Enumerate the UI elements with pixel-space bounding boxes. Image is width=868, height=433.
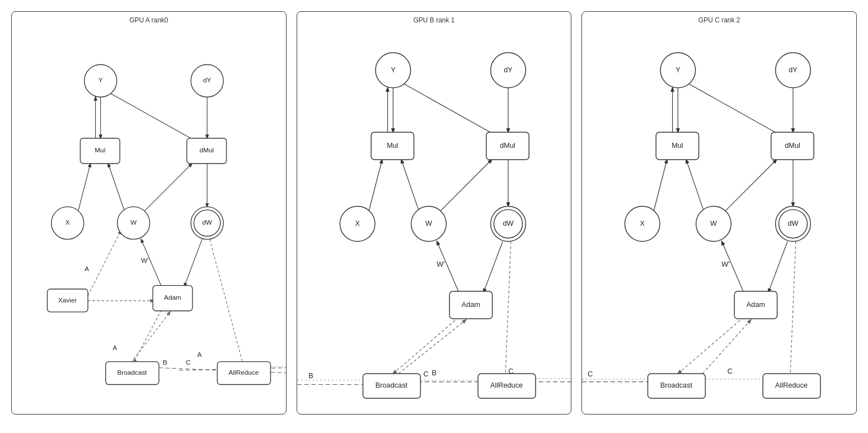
edge-dw-allreduce-c — [790, 241, 796, 374]
gpu-c-diagram: W' C C Y dY X W dW Mul — [582, 12, 856, 414]
edge-w-mul — [108, 164, 126, 215]
edge-x-mul-b — [368, 160, 382, 213]
edge-broadcast-adam-a — [131, 312, 170, 363]
edge-y-dmul-b — [404, 84, 497, 136]
label-c1: C — [186, 358, 191, 366]
gpu-b-diagram: W' B B C C Y dY X W — [297, 12, 571, 414]
edge-xavier-w — [88, 231, 121, 296]
edge-y-dmul-c — [689, 84, 782, 136]
label-broadcast-a: Broadcast — [117, 369, 147, 376]
label-y-b: Y — [391, 66, 396, 74]
label-dmul-a: dMul — [199, 146, 214, 153]
label-wprime-a: W' — [141, 257, 148, 264]
label-x-a: X — [65, 218, 70, 226]
label-adam-a: Adam — [164, 294, 181, 301]
edge-dw-allreduce-b — [505, 241, 511, 374]
gpu-panel-c: GPU C rank 2 W' C — [581, 11, 857, 415]
label-w-b: W — [425, 219, 432, 227]
label-broadcast-b: Broadcast — [375, 381, 407, 389]
label-dy-b: dY — [504, 66, 513, 74]
label-wprime-c: W' — [722, 260, 730, 268]
label-a-broadcast: A — [112, 344, 117, 351]
gpu-b-title: GPU B rank 1 — [413, 16, 454, 24]
edge-w-dmul — [141, 164, 192, 215]
edge-dw-adam-b — [484, 241, 503, 292]
gpu-panel-b: GPU B rank 1 W' — [297, 11, 572, 415]
label-xavier-a: Xavier — [58, 296, 77, 304]
label-y-a: Y — [98, 76, 103, 83]
label-w-a: W — [130, 218, 137, 226]
gpu-c-title: GPU C rank 2 — [698, 16, 740, 24]
label-dw-c: dW — [788, 219, 799, 227]
gpu-a-title: GPU A rank0 — [129, 16, 168, 24]
label-broadcast-c: Broadcast — [660, 381, 693, 389]
label-b1: B — [163, 358, 167, 366]
label-w-c: W — [710, 219, 717, 227]
label-y-c: Y — [675, 66, 681, 74]
label-dmul-b: dMul — [500, 141, 515, 150]
label-dy-c: dY — [789, 66, 798, 74]
label-mul-a: Mul — [95, 146, 105, 153]
gpu-a-diagram: W' A A B C A Y — [12, 12, 286, 414]
label-x-c: X — [640, 219, 645, 227]
edge-dw-adam-c — [768, 241, 787, 292]
edge-y-dmul — [111, 94, 197, 142]
edge-adam-broadcast-b — [393, 317, 459, 374]
edge-broadcast-adam-c — [703, 320, 751, 374]
label-allreduce-b: AllReduce — [490, 381, 523, 389]
label-c-b: C — [423, 370, 428, 378]
edge-w-dmul-c — [722, 160, 777, 215]
label-a-xavier: A — [85, 265, 89, 272]
label-allreduce-c: AllReduce — [775, 381, 808, 389]
label-mul-c: Mul — [672, 141, 683, 150]
edge-w-dmul-b — [437, 160, 491, 215]
label-dw-a: dW — [202, 218, 213, 226]
edge-adam-broadcast-a — [134, 310, 162, 362]
edge-w-mul-c — [686, 160, 705, 216]
label-c-allreduce-in: C — [728, 367, 733, 375]
edge-adam-broadcast-c — [678, 317, 744, 374]
edge-broadcast-adam-b — [398, 320, 466, 374]
label-b-in-b: B — [308, 371, 313, 380]
edge-dw-adam — [184, 239, 202, 286]
main-container: GPU A rank0 — [0, 0, 868, 433]
label-adam-c: Adam — [747, 300, 765, 309]
label-a-allreduce: A — [198, 351, 202, 358]
edge-dw-allreduce-a — [210, 239, 243, 362]
label-x-b: X — [355, 219, 360, 227]
edge-x-mul-c — [654, 160, 667, 213]
label-c-in: C — [588, 370, 593, 378]
label-adam-b: Adam — [462, 300, 480, 309]
gpu-panel-a: GPU A rank0 — [11, 11, 287, 415]
label-dy-a: dY — [203, 76, 212, 83]
label-dw-b: dW — [503, 219, 513, 227]
edge-w-mul-b — [401, 160, 420, 216]
label-wprime-b: W' — [437, 260, 444, 268]
label-allreduce-a: AllReduce — [229, 369, 259, 376]
label-b-allreduce: B — [431, 369, 436, 377]
edge-x-mul — [78, 164, 91, 213]
label-dmul-c: dMul — [785, 141, 801, 150]
label-mul-b: Mul — [387, 141, 398, 150]
